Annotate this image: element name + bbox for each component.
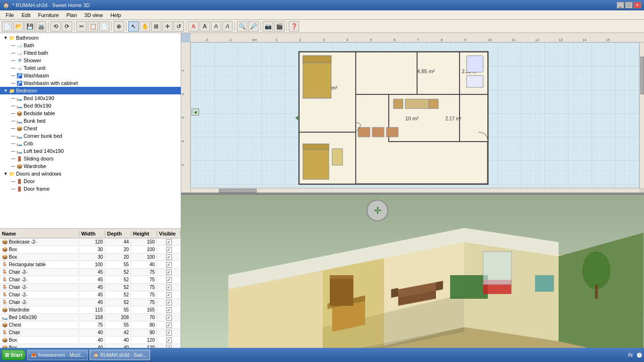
table-row[interactable]: 📦 Chest 75 55 80: [0, 321, 181, 329]
visible-checkbox[interactable]: [166, 315, 172, 320]
menu-file[interactable]: File: [2, 11, 18, 19]
table-row[interactable]: 📦 Wardrobe 115 55 165: [0, 306, 181, 314]
maximize-button[interactable]: □: [625, 2, 633, 8]
row-visible[interactable]: [157, 292, 181, 298]
floorplan-area[interactable]: -2 -1 0m 1 2 3 4 5 6 7 8 9 10 11 12 13 1…: [181, 33, 644, 193]
nav-circle[interactable]: ✛: [367, 200, 388, 221]
minimize-button[interactable]: _: [617, 2, 624, 8]
row-visible[interactable]: [157, 254, 181, 260]
visible-checkbox[interactable]: [166, 254, 172, 260]
tb-move[interactable]: ✛: [162, 21, 173, 32]
tb-photo[interactable]: 📷: [263, 21, 273, 32]
tb-video[interactable]: 🎬: [274, 21, 284, 32]
tb-redo[interactable]: ⟳: [62, 21, 72, 32]
table-row[interactable]: 🪑 Chair -2- 45 52 75: [0, 291, 181, 299]
row-visible[interactable]: [157, 277, 181, 283]
row-visible[interactable]: [157, 269, 181, 275]
table-row[interactable]: 📦 Box 30 20 100: [0, 246, 181, 253]
tb-print[interactable]: 🖨️: [36, 21, 46, 32]
furniture-tree[interactable]: ▼ 📁 Bathroom — 🛁 Bath — 🛁 Fitted bath: [0, 33, 181, 228]
visible-checkbox[interactable]: [166, 292, 172, 298]
visible-checkbox[interactable]: [166, 330, 172, 336]
tb-textA2[interactable]: A: [200, 21, 210, 32]
tree-item-fittedbath[interactable]: — 🛁 Fitted bath: [0, 49, 181, 57]
tb-textA1[interactable]: A: [188, 21, 199, 32]
row-visible[interactable]: [157, 337, 181, 343]
tb-zoomout[interactable]: 🔎: [248, 21, 259, 32]
tb-zoomin[interactable]: 🔍: [237, 21, 247, 32]
tree-item-washbasincabinet[interactable]: — 🚰 Washbasin with cabinet: [0, 79, 181, 87]
tb-select[interactable]: ↖: [128, 21, 139, 32]
3d-view[interactable]: JetScreenshot: [181, 195, 644, 362]
tb-undo[interactable]: ⟲: [50, 21, 61, 32]
floorplan-vscroll[interactable]: [639, 42, 644, 193]
tree-item-bed90[interactable]: — 🛏️ Bed 90x190: [0, 102, 181, 109]
tb-rotate[interactable]: ↺: [174, 21, 184, 32]
table-row[interactable]: 🪑 Rectangular table 100 55 40: [0, 261, 181, 269]
table-row[interactable]: 🪑 Chair -2- 45 52 75: [0, 284, 181, 291]
table-row[interactable]: 🪑 Chair 40 42 90: [0, 329, 181, 337]
floorplan-grid[interactable]: 7.5 m² 4.85 m² 2.25 m² 2.17 m² 10 m² 6.2…: [191, 42, 639, 193]
row-visible[interactable]: [157, 247, 181, 253]
tree-item-crib[interactable]: — 🛏️ Crib: [0, 140, 181, 147]
visible-checkbox[interactable]: [166, 247, 172, 253]
visible-checkbox[interactable]: [166, 322, 172, 328]
vscroll-thumb[interactable]: [640, 57, 644, 94]
tb-textA3[interactable]: A: [211, 21, 221, 32]
table-row[interactable]: 🪑 Chair -2- 45 52 75: [0, 276, 181, 284]
tb-help[interactable]: ❓: [289, 21, 299, 32]
tree-item-loftbed[interactable]: — 🛏️ Loft bed 140x190: [0, 147, 181, 155]
tb-copy[interactable]: 📋: [88, 21, 98, 32]
visible-checkbox[interactable]: [166, 269, 172, 275]
table-row[interactable]: 📦 Box 40 40 120: [0, 337, 181, 344]
menu-edit[interactable]: Edit: [18, 11, 34, 19]
visible-checkbox[interactable]: [166, 285, 172, 290]
close-button[interactable]: ✕: [634, 2, 641, 8]
table-row[interactable]: 📦 Bookcase -2- 120 44 150: [0, 238, 181, 246]
row-visible[interactable]: [157, 300, 181, 305]
tree-item-bunkbed[interactable]: — 🛏️ Bunk bed: [0, 117, 181, 125]
tree-category-doorswindows[interactable]: ▼ 📁 Doors and windows: [0, 170, 181, 177]
furniture-table[interactable]: 📦 Bookcase -2- 120 44 150 📦 Box 30 20 10…: [0, 238, 181, 362]
tree-category-bathroom[interactable]: ▼ 📁 Bathroom: [0, 34, 181, 42]
menu-help[interactable]: Help: [107, 11, 125, 19]
row-visible[interactable]: [157, 262, 181, 268]
table-row[interactable]: 🪑 Chair -2- 45 52 75: [0, 269, 181, 276]
row-visible[interactable]: [157, 315, 181, 320]
menu-furniture[interactable]: Furniture: [34, 11, 63, 19]
tree-item-cornerbunkbed[interactable]: — 🛏️ Corner bunk bed: [0, 132, 181, 140]
tb-addfurniture[interactable]: ⊕: [114, 21, 124, 32]
visible-checkbox[interactable]: [166, 277, 172, 283]
menu-plan[interactable]: Plan: [63, 11, 81, 19]
tree-item-washbasin[interactable]: — 🚰 Washbasin: [0, 72, 181, 79]
taskbar-icon-sweethome[interactable]: 🏠 RUMAH.sh3d - Swe...: [90, 350, 150, 360]
titlebar-controls[interactable]: _ □ ✕: [617, 2, 641, 8]
tb-pan[interactable]: ✋: [140, 21, 150, 32]
scroll-left-arrow[interactable]: ◄: [192, 109, 199, 116]
tree-item-shower[interactable]: — 🚿 Shower: [0, 57, 181, 64]
visible-checkbox[interactable]: [166, 300, 172, 305]
tree-item-bed140[interactable]: — 🛏️ Bed 140x190: [0, 94, 181, 102]
row-visible[interactable]: [157, 307, 181, 313]
tb-textA4[interactable]: A: [222, 21, 233, 32]
tb-save[interactable]: 💾: [25, 21, 35, 32]
tree-item-doorframe[interactable]: — 🚪 Door frame: [0, 185, 181, 193]
start-button[interactable]: ⊞ Start: [2, 350, 25, 360]
row-visible[interactable]: [157, 330, 181, 336]
visible-checkbox[interactable]: [166, 307, 172, 313]
tree-item-chest[interactable]: — 📦 Chest: [0, 125, 181, 132]
tree-category-bedroom[interactable]: ▼ 📁 Bedroom: [0, 87, 181, 94]
tree-item-bedsidetable[interactable]: — 📦 Bedside table: [0, 109, 181, 117]
tb-cut[interactable]: ✂: [76, 21, 87, 32]
tb-drawwall[interactable]: ⊞: [151, 21, 161, 32]
row-visible[interactable]: [157, 285, 181, 290]
floorplan-hscroll[interactable]: [191, 188, 639, 193]
nav-controls[interactable]: ✛: [367, 200, 390, 223]
tree-item-slidingdoors[interactable]: — 🚪 Sliding doors: [0, 155, 181, 162]
table-row[interactable]: 🪑 Chair -2- 45 52 75: [0, 299, 181, 306]
row-visible[interactable]: [157, 322, 181, 328]
visible-checkbox[interactable]: [166, 337, 172, 343]
tree-item-toilet[interactable]: — 🚽 Toilet unit: [0, 64, 181, 72]
table-row[interactable]: 📦 Box 30 20 100: [0, 253, 181, 261]
tree-item-wardrobe[interactable]: — 📦 Wardrobe: [0, 162, 181, 170]
